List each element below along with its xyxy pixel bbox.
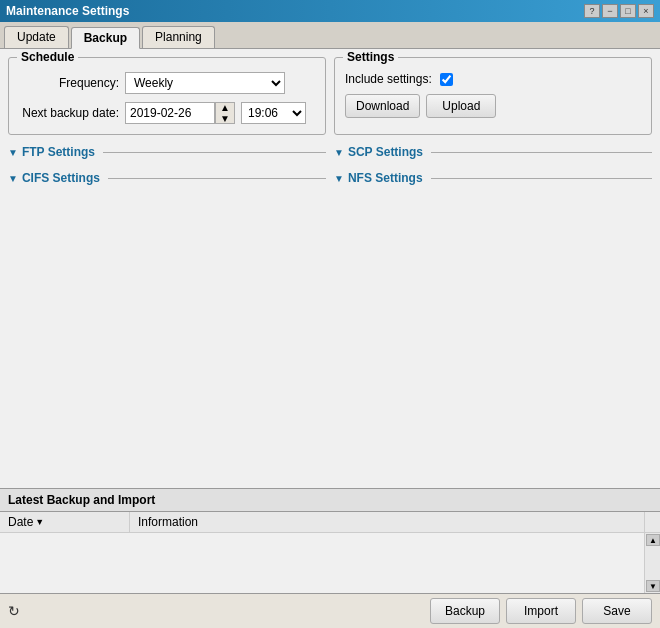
download-button[interactable]: Download bbox=[345, 94, 420, 118]
cifs-label: CIFS Settings bbox=[22, 171, 100, 185]
date-picker-button[interactable]: ▲▼ bbox=[215, 102, 235, 124]
backup-section: Latest Backup and Import Date ▼ Informat… bbox=[0, 488, 660, 593]
scrollbar-track[interactable]: ▲ ▼ bbox=[644, 533, 660, 593]
ftp-header[interactable]: ▼ FTP Settings bbox=[8, 143, 326, 161]
time-select[interactable]: 19:06 bbox=[241, 102, 306, 124]
scp-label: SCP Settings bbox=[348, 145, 423, 159]
ftp-section: ▼ FTP Settings bbox=[8, 143, 326, 161]
col-date-label: Date bbox=[8, 515, 33, 529]
bottom-bar: ↻ Backup Import Save bbox=[0, 593, 660, 628]
tab-planning[interactable]: Planning bbox=[142, 26, 215, 48]
backup-button[interactable]: Backup bbox=[430, 598, 500, 624]
include-checkbox[interactable] bbox=[440, 73, 453, 86]
ftp-chevron: ▼ bbox=[8, 147, 18, 158]
ftp-label: FTP Settings bbox=[22, 145, 95, 159]
col-date[interactable]: Date ▼ bbox=[0, 512, 130, 532]
close-button[interactable]: × bbox=[638, 4, 654, 18]
next-backup-row: Next backup date: ▲▼ 19:06 bbox=[19, 102, 315, 124]
cifs-header[interactable]: ▼ CIFS Settings bbox=[8, 169, 326, 187]
cifs-nfs-row: ▼ CIFS Settings ▼ NFS Settings bbox=[8, 169, 652, 187]
table-header-row: Date ▼ Information bbox=[0, 512, 660, 533]
col-information: Information bbox=[130, 512, 644, 532]
nfs-header[interactable]: ▼ NFS Settings bbox=[334, 169, 652, 187]
save-button[interactable]: Save bbox=[582, 598, 652, 624]
content-area: Schedule Frequency: Weekly Daily Monthly… bbox=[0, 49, 660, 488]
help-button[interactable]: ? bbox=[584, 4, 600, 18]
settings-title: Settings bbox=[343, 50, 398, 64]
main-window: Update Backup Planning Schedule Frequenc… bbox=[0, 22, 660, 628]
cifs-divider bbox=[108, 178, 326, 179]
bottom-buttons: Backup Import Save bbox=[430, 598, 652, 624]
action-buttons-row: Download Upload bbox=[345, 94, 641, 118]
backup-section-title: Latest Backup and Import bbox=[0, 489, 660, 512]
frequency-select[interactable]: Weekly Daily Monthly bbox=[125, 72, 285, 94]
nfs-label: NFS Settings bbox=[348, 171, 423, 185]
minimize-button[interactable]: − bbox=[602, 4, 618, 18]
date-wrapper: ▲▼ bbox=[125, 102, 235, 124]
nfs-divider bbox=[431, 178, 652, 179]
col-info-label: Information bbox=[138, 515, 198, 529]
ftp-scp-row: ▼ FTP Settings ▼ SCP Settings bbox=[8, 143, 652, 161]
scrollbar-header bbox=[644, 512, 660, 532]
settings-group: Settings Include settings: Download Uplo… bbox=[334, 57, 652, 135]
scp-chevron: ▼ bbox=[334, 147, 344, 158]
title-bar: Maintenance Settings ? − □ × bbox=[0, 0, 660, 22]
window-title: Maintenance Settings bbox=[6, 4, 129, 18]
schedule-group: Schedule Frequency: Weekly Daily Monthly… bbox=[8, 57, 326, 135]
table-rows-container[interactable] bbox=[0, 533, 644, 593]
window-controls: ? − □ × bbox=[584, 4, 654, 18]
scroll-down[interactable]: ▼ bbox=[646, 580, 660, 592]
ftp-divider bbox=[103, 152, 326, 153]
include-settings-row: Include settings: bbox=[345, 72, 641, 86]
include-label: Include settings: bbox=[345, 72, 432, 86]
nfs-section: ▼ NFS Settings bbox=[334, 169, 652, 187]
next-backup-label: Next backup date: bbox=[19, 106, 119, 120]
frequency-row: Frequency: Weekly Daily Monthly bbox=[19, 72, 315, 94]
cifs-chevron: ▼ bbox=[8, 173, 18, 184]
scp-header[interactable]: ▼ SCP Settings bbox=[334, 143, 652, 161]
cifs-section: ▼ CIFS Settings bbox=[8, 169, 326, 187]
table-body: ▲ ▼ bbox=[0, 533, 660, 593]
scp-divider bbox=[431, 152, 652, 153]
tab-update[interactable]: Update bbox=[4, 26, 69, 48]
import-button[interactable]: Import bbox=[506, 598, 576, 624]
scroll-up[interactable]: ▲ bbox=[646, 534, 660, 546]
panels-row: Schedule Frequency: Weekly Daily Monthly… bbox=[8, 57, 652, 135]
nfs-chevron: ▼ bbox=[334, 173, 344, 184]
refresh-icon[interactable]: ↻ bbox=[8, 603, 20, 619]
schedule-title: Schedule bbox=[17, 50, 78, 64]
frequency-label: Frequency: bbox=[19, 76, 119, 90]
tab-bar: Update Backup Planning bbox=[0, 22, 660, 49]
tab-backup[interactable]: Backup bbox=[71, 27, 140, 49]
upload-button[interactable]: Upload bbox=[426, 94, 496, 118]
sort-arrow: ▼ bbox=[35, 517, 44, 527]
maximize-button[interactable]: □ bbox=[620, 4, 636, 18]
middle-area bbox=[8, 195, 652, 480]
scp-section: ▼ SCP Settings bbox=[334, 143, 652, 161]
date-input[interactable] bbox=[125, 102, 215, 124]
